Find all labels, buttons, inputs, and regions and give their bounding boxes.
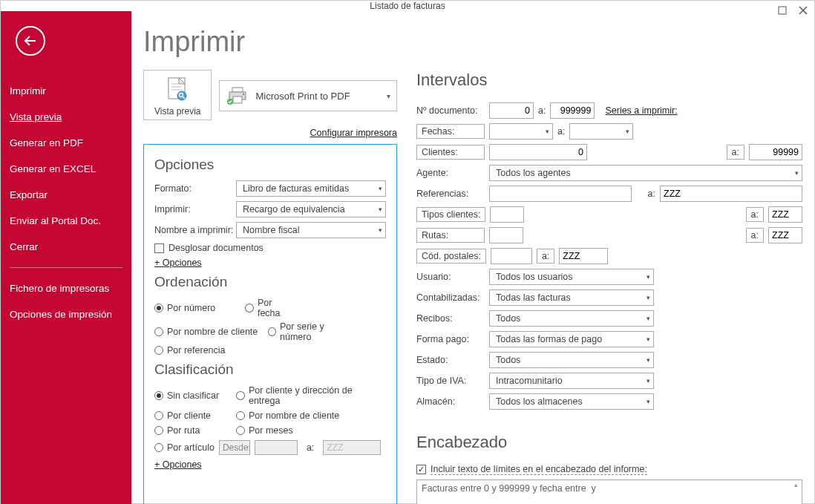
printer-name: Microsoft Print to PDF xyxy=(255,91,387,102)
ndoc-from-input[interactable] xyxy=(489,102,534,119)
recibos-label: Recibos: xyxy=(416,313,489,324)
clasificacion-heading: Clasificación xyxy=(154,361,386,378)
cp-a-button[interactable]: a: xyxy=(537,249,554,264)
sidebar-item-cerrar[interactable]: Cerrar xyxy=(1,234,131,260)
nombre-label: Nombre a imprimir: xyxy=(154,225,236,235)
maximize-icon[interactable] xyxy=(776,4,789,17)
rutas-to-input[interactable] xyxy=(768,227,802,243)
imprimir-label: Imprimir: xyxy=(154,204,236,215)
clasificacion-por-articulo[interactable]: Por artículo xyxy=(154,442,215,453)
cp-to-input[interactable] xyxy=(559,248,608,264)
tipos-a-button[interactable]: a: xyxy=(746,207,764,222)
clasificacion-por-nombre-cliente[interactable]: Por nombre de cliente xyxy=(236,410,386,421)
svg-point-14 xyxy=(243,94,244,95)
incluir-limites-checkbox[interactable] xyxy=(416,465,426,474)
close-icon[interactable] xyxy=(796,4,810,17)
rutas-button[interactable]: Rutas: xyxy=(416,228,485,243)
ordenacion-por-serie-numero[interactable]: Por serie y número xyxy=(268,321,348,342)
options-panel: Opciones Formato: Libro de facturas emit… xyxy=(143,144,397,504)
chevron-down-icon: ▾ xyxy=(387,92,390,100)
chevron-down-icon: ▾ xyxy=(647,398,650,405)
nombre-select[interactable]: Nombre fiscal▾ xyxy=(236,222,386,238)
tipos-clientes-button[interactable]: Tipos clientes: xyxy=(416,207,485,222)
ordenacion-por-nombre-cliente[interactable]: Por nombre de cliente xyxy=(154,321,258,342)
clientes-from-input[interactable] xyxy=(489,144,587,160)
ndoc-to-input[interactable] xyxy=(550,102,595,119)
articulo-desde-input[interactable] xyxy=(255,440,298,455)
svg-point-8 xyxy=(177,91,186,100)
agente-select[interactable]: Todos los agentes▾ xyxy=(489,165,802,181)
referencias-from-input[interactable] xyxy=(489,186,632,202)
ordenacion-por-fecha[interactable]: Por fecha xyxy=(245,298,297,318)
a-label: a: xyxy=(307,442,314,453)
sidebar-item-fichero-impresoras[interactable]: Fichero de impresoras xyxy=(1,275,131,301)
scrollbar[interactable]: ▴▾ xyxy=(791,481,801,504)
desglosar-checkbox[interactable] xyxy=(154,243,164,253)
ordenacion-por-referencia[interactable]: Por referencia xyxy=(154,345,226,356)
scroll-up-icon: ▴ xyxy=(794,481,798,488)
sidebar-item-generar-pdf[interactable]: Generar en PDF xyxy=(1,130,131,156)
fecha-from-input[interactable]: ▾ xyxy=(489,123,553,140)
almacen-label: Almacén: xyxy=(416,396,489,407)
svg-rect-11 xyxy=(232,88,243,92)
tipos-to-input[interactable] xyxy=(768,206,802,223)
sidebar-item-vista-previa[interactable]: Vista previa xyxy=(1,104,131,130)
sidebar-item-imprimir[interactable]: Imprimir xyxy=(1,78,131,104)
clientes-a-button[interactable]: a: xyxy=(727,145,744,160)
tipos-from-input[interactable] xyxy=(490,206,524,223)
clientes-to-input[interactable] xyxy=(749,144,802,160)
mas-opciones-link[interactable]: + Opciones xyxy=(154,258,202,268)
fechas-button[interactable]: Fechas: xyxy=(416,124,485,139)
configure-printer-link[interactable]: Configurar impresora xyxy=(143,128,397,138)
almacen-select[interactable]: Todos los almacenes▾ xyxy=(489,393,654,410)
cp-from-input[interactable] xyxy=(491,248,532,264)
forma-pago-select[interactable]: Todas las formas de pago▾ xyxy=(489,331,654,347)
clientes-button[interactable]: Clientes: xyxy=(416,145,485,160)
preview-button[interactable]: Vista previa xyxy=(143,70,212,120)
back-button[interactable] xyxy=(16,26,45,56)
sidebar-item-opciones-impresion[interactable]: Opciones de impresión xyxy=(1,301,131,327)
referencias-to-input[interactable] xyxy=(660,186,802,202)
sidebar-item-generar-excel[interactable]: Generar en EXCEL xyxy=(1,156,131,182)
desglosar-label: Desglosar documentos xyxy=(168,243,264,253)
series-imprimir-link[interactable]: Series a imprimir: xyxy=(605,105,677,116)
printer-selector[interactable]: Microsoft Print to PDF ▾ xyxy=(219,80,397,111)
chevron-down-icon: ▾ xyxy=(379,206,382,213)
chevron-down-icon: ▾ xyxy=(647,336,650,343)
intervalos-heading: Intervalos xyxy=(416,71,802,90)
recibos-select[interactable]: Todos▾ xyxy=(489,310,654,327)
encabezado-heading: Encabezado xyxy=(416,433,802,452)
clasificacion-por-cliente-direccion[interactable]: Por cliente y dirección de entrega xyxy=(236,385,386,406)
clasificacion-por-ruta[interactable]: Por ruta xyxy=(154,425,236,436)
a-label: a: xyxy=(538,105,546,116)
contabilizadas-select[interactable]: Todas las facturas▾ xyxy=(489,289,654,306)
printer-icon xyxy=(227,85,249,106)
cod-postales-button[interactable]: Cód. postales: xyxy=(416,249,486,264)
titlebar: Listado de facturas xyxy=(1,1,814,11)
estado-select[interactable]: Todos▾ xyxy=(489,352,654,368)
preview-icon xyxy=(163,75,192,105)
mas-opciones-clasificacion-link[interactable]: + Opciones xyxy=(154,459,202,470)
usuario-select[interactable]: Todos los usuarios▾ xyxy=(489,269,654,285)
forma-pago-label: Forma pago: xyxy=(416,334,489,344)
tipo-iva-select[interactable]: Intracomunitario▾ xyxy=(489,373,654,389)
imprimir-select[interactable]: Recargo de equivalencia▾ xyxy=(236,201,386,217)
ordenacion-por-numero[interactable]: Por número xyxy=(154,298,235,318)
articulo-hasta-input[interactable] xyxy=(323,440,381,455)
chevron-down-icon: ▾ xyxy=(546,128,549,135)
clasificacion-por-meses[interactable]: Por meses xyxy=(236,425,386,436)
sidebar-item-exportar[interactable]: Exportar xyxy=(1,182,131,208)
clasificacion-por-cliente[interactable]: Por cliente xyxy=(154,410,236,421)
chevron-down-icon: ▾ xyxy=(647,377,650,384)
rutas-from-input[interactable] xyxy=(489,227,523,243)
chevron-down-icon: ▾ xyxy=(626,128,629,135)
page-title: Imprimir xyxy=(143,26,397,58)
formato-select[interactable]: Libro de facturas emitidas▾ xyxy=(236,180,386,197)
encabezado-textarea[interactable] xyxy=(416,480,802,504)
sidebar-item-enviar-portal[interactable]: Enviar al Portal Doc. xyxy=(1,208,131,234)
tipo-iva-label: Tipo de IVA: xyxy=(416,376,489,386)
rutas-a-button[interactable]: a: xyxy=(746,228,764,243)
fecha-to-input[interactable]: ▾ xyxy=(569,123,633,140)
svg-rect-0 xyxy=(779,7,786,14)
clasificacion-sin-clasificar[interactable]: Sin clasificar xyxy=(154,385,236,406)
